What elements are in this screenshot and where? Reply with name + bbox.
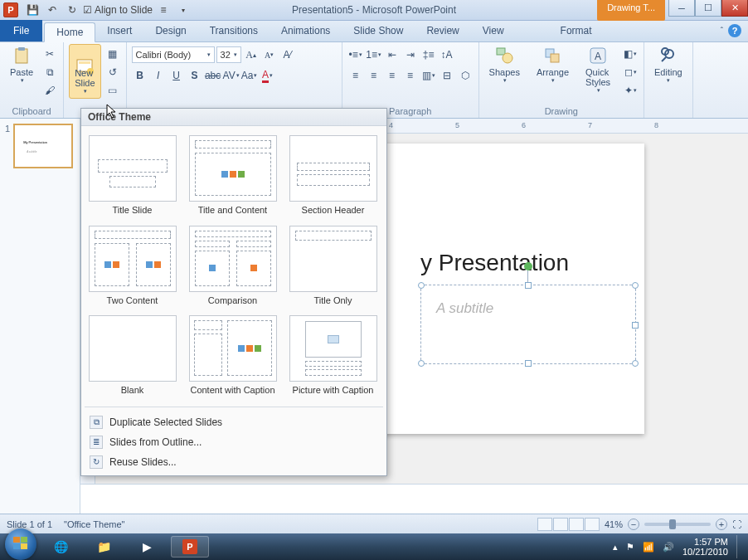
taskbar-ie-icon[interactable]: 🌐 xyxy=(41,536,80,558)
resize-handle-nw[interactable] xyxy=(418,282,425,289)
smartart-icon[interactable]: ⬡ xyxy=(457,67,474,84)
change-case-icon[interactable]: Aa▾ xyxy=(241,67,258,84)
cut-icon[interactable]: ✂ xyxy=(41,46,58,62)
paste-button[interactable]: Paste▾ xyxy=(5,44,38,99)
taskbar-explorer-icon[interactable]: 📁 xyxy=(85,536,123,558)
layout-title-slide[interactable]: Title Slide xyxy=(85,133,180,218)
reset-icon[interactable]: ↺ xyxy=(104,64,121,80)
subtitle-placeholder-box[interactable]: A subtitle xyxy=(420,285,636,364)
underline-button[interactable]: U xyxy=(168,67,185,84)
qat-customize-icon[interactable]: ▾ xyxy=(174,2,192,18)
layout-comparison[interactable]: Comparison xyxy=(185,223,280,309)
show-desktop-button[interactable] xyxy=(736,535,743,558)
resize-handle-sw[interactable] xyxy=(418,360,425,367)
shape-fill-icon[interactable]: ◧▾ xyxy=(622,46,639,62)
menu-duplicate-slides[interactable]: ⧉Duplicate Selected Slides xyxy=(81,412,386,432)
tab-transitions[interactable]: Transitions xyxy=(198,22,270,41)
tray-flag-icon[interactable]: ⚑ xyxy=(626,542,634,553)
arrange-button[interactable]: Arrange▾ xyxy=(532,44,574,99)
layout-title-and-content[interactable]: Title and Content xyxy=(185,133,280,218)
bold-button[interactable]: B xyxy=(132,67,148,84)
align-center-icon[interactable]: ≡ xyxy=(366,67,382,84)
help-button[interactable]: ? xyxy=(728,24,741,37)
redo-icon[interactable]: ↻ xyxy=(63,2,81,18)
char-spacing-icon[interactable]: AV▾ xyxy=(223,67,240,84)
shadow-button[interactable]: S xyxy=(187,67,203,84)
maximize-button[interactable]: ☐ xyxy=(695,0,721,17)
ribbon-minimize-icon[interactable]: ˆ xyxy=(721,27,723,36)
zoom-in-button[interactable]: + xyxy=(716,519,727,530)
start-button[interactable] xyxy=(5,528,36,560)
resize-handle-n[interactable] xyxy=(525,282,532,289)
tab-home[interactable]: Home xyxy=(44,22,95,42)
shape-effects-icon[interactable]: ✦▾ xyxy=(622,82,639,99)
taskbar-media-icon[interactable]: ▶ xyxy=(128,536,166,558)
slides-thumbnail-panel[interactable]: 1 My Presentation A subtitle xyxy=(0,119,80,514)
tray-volume-icon[interactable]: 🔊 xyxy=(663,542,674,553)
layout-title-only[interactable]: Title Only xyxy=(285,223,381,309)
format-painter-icon[interactable]: 🖌 xyxy=(41,82,58,99)
undo-icon[interactable]: ↶ xyxy=(43,2,61,18)
align-left-icon[interactable]: ≡ xyxy=(347,67,364,84)
slide-title-text[interactable]: y Presentation xyxy=(420,250,569,276)
copy-icon[interactable]: ⧉ xyxy=(41,64,58,80)
layout-icon[interactable]: ▦ xyxy=(104,46,121,62)
font-size-combo[interactable]: 32▾ xyxy=(216,46,241,63)
save-icon[interactable]: 💾 xyxy=(23,2,41,18)
decrease-indent-icon[interactable]: ⇤ xyxy=(384,46,401,63)
fit-to-window-button[interactable]: ⛶ xyxy=(732,519,741,529)
increase-indent-icon[interactable]: ⇥ xyxy=(402,46,419,63)
tray-show-hidden-icon[interactable]: ▴ xyxy=(613,542,618,553)
layout-two-content[interactable]: Two Content xyxy=(85,223,180,309)
resize-handle-e[interactable] xyxy=(632,322,639,329)
resize-handle-se[interactable] xyxy=(632,360,639,367)
new-slide-button[interactable]: New Slide▾ xyxy=(69,44,100,99)
italic-button[interactable]: I xyxy=(150,67,167,84)
zoom-slider-thumb[interactable] xyxy=(669,519,676,529)
slideshow-view-button[interactable] xyxy=(585,518,600,531)
tray-network-icon[interactable]: 📶 xyxy=(643,542,654,553)
font-color-icon[interactable]: A▾ xyxy=(260,67,276,84)
resize-handle-s[interactable] xyxy=(525,360,532,367)
checkbox-align[interactable]: ☑ Align to Slide xyxy=(83,2,153,18)
editing-button[interactable]: Editing▾ xyxy=(649,44,687,85)
rotation-handle[interactable] xyxy=(524,262,532,270)
tab-file[interactable]: File xyxy=(0,20,42,41)
tab-view[interactable]: View xyxy=(471,22,516,41)
layout-picture-with-caption[interactable]: Picture with Caption xyxy=(285,313,381,398)
grow-font-icon[interactable]: A▴ xyxy=(243,46,260,63)
section-icon[interactable]: ▭ xyxy=(104,82,121,99)
layout-section-header[interactable]: Section Header xyxy=(285,133,381,218)
text-direction-icon[interactable]: ↕A xyxy=(439,46,455,63)
justify-icon[interactable]: ≡ xyxy=(402,67,419,84)
strikethrough-button[interactable]: abc xyxy=(205,67,221,84)
shape-outline-icon[interactable]: ◻▾ xyxy=(622,64,639,80)
slide-thumbnail-1[interactable]: 1 My Presentation A subtitle xyxy=(5,124,75,168)
layout-content-with-caption[interactable]: Content with Caption xyxy=(185,313,280,398)
shrink-font-icon[interactable]: A▾ xyxy=(261,46,278,63)
bullets-icon[interactable]: •≡▾ xyxy=(347,46,364,63)
align-right-icon[interactable]: ≡ xyxy=(384,67,401,84)
tray-clock[interactable]: 1:57 PM 10/21/2010 xyxy=(682,537,728,557)
resize-handle-ne[interactable] xyxy=(632,282,639,289)
tab-format[interactable]: Format xyxy=(549,22,604,41)
tab-animations[interactable]: Animations xyxy=(270,22,342,41)
line-spacing-icon[interactable]: ‡≡ xyxy=(420,46,437,63)
sorter-view-button[interactable] xyxy=(553,518,568,531)
taskbar-powerpoint-button[interactable]: P xyxy=(171,536,209,558)
align-text-icon[interactable]: ⊟ xyxy=(439,67,455,84)
normal-view-button[interactable] xyxy=(537,518,552,531)
minimize-button[interactable]: ─ xyxy=(668,0,695,17)
align-icon[interactable]: ≡ xyxy=(154,2,172,18)
clear-formatting-icon[interactable]: A⁄ xyxy=(279,46,296,63)
tab-design[interactable]: Design xyxy=(143,22,197,41)
shapes-button[interactable]: Shapes▾ xyxy=(484,44,525,99)
menu-reuse-slides[interactable]: ↻Reuse Slides... xyxy=(81,452,386,472)
zoom-out-button[interactable]: − xyxy=(628,519,639,530)
notes-pane[interactable] xyxy=(80,484,748,514)
close-button[interactable]: ✕ xyxy=(721,0,748,17)
tab-insert[interactable]: Insert xyxy=(95,22,143,41)
zoom-slider[interactable] xyxy=(644,523,711,526)
menu-slides-from-outline[interactable]: ≣Slides from Outline... xyxy=(81,432,386,452)
tab-slideshow[interactable]: Slide Show xyxy=(342,22,415,41)
